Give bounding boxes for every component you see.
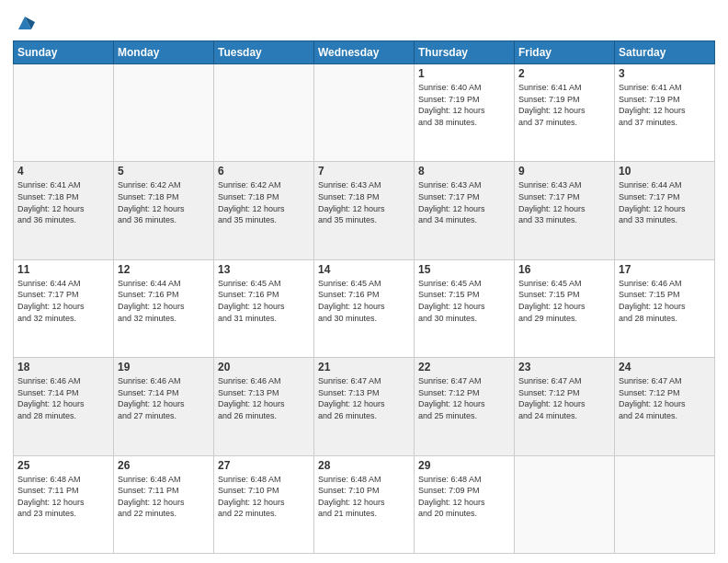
day-number: 5 <box>118 165 210 178</box>
day-number: 15 <box>418 263 510 276</box>
calendar-week-row: 4Sunrise: 6:41 AM Sunset: 7:18 PM Daylig… <box>14 162 715 259</box>
day-number: 17 <box>619 263 711 276</box>
day-info: Sunrise: 6:48 AM Sunset: 7:10 PM Dayligh… <box>218 474 310 520</box>
day-info: Sunrise: 6:45 AM Sunset: 7:15 PM Dayligh… <box>518 278 610 324</box>
calendar-cell: 20Sunrise: 6:46 AM Sunset: 7:13 PM Dayli… <box>214 358 314 455</box>
day-number: 29 <box>418 459 510 472</box>
day-info: Sunrise: 6:43 AM Sunset: 7:17 PM Dayligh… <box>518 179 610 225</box>
day-info: Sunrise: 6:47 AM Sunset: 7:12 PM Dayligh… <box>619 375 711 421</box>
calendar-cell: 6Sunrise: 6:42 AM Sunset: 7:18 PM Daylig… <box>214 162 314 259</box>
calendar-cell: 12Sunrise: 6:44 AM Sunset: 7:16 PM Dayli… <box>114 259 214 357</box>
day-number: 18 <box>17 361 109 373</box>
calendar-cell: 9Sunrise: 6:43 AM Sunset: 7:17 PM Daylig… <box>515 162 615 259</box>
calendar-cell: 19Sunrise: 6:46 AM Sunset: 7:14 PM Dayli… <box>114 358 214 455</box>
day-info: Sunrise: 6:48 AM Sunset: 7:10 PM Dayligh… <box>318 474 410 520</box>
calendar-day-header: Friday <box>515 41 615 64</box>
calendar-cell <box>214 64 314 162</box>
calendar-cell <box>314 64 415 162</box>
calendar-cell: 5Sunrise: 6:42 AM Sunset: 7:18 PM Daylig… <box>114 162 214 259</box>
day-number: 26 <box>118 459 210 472</box>
page: SundayMondayTuesdayWednesdayThursdayFrid… <box>0 0 728 563</box>
calendar-cell: 7Sunrise: 6:43 AM Sunset: 7:18 PM Daylig… <box>314 162 415 259</box>
day-number: 3 <box>619 67 711 80</box>
calendar-cell: 27Sunrise: 6:48 AM Sunset: 7:10 PM Dayli… <box>214 455 314 553</box>
calendar-cell: 18Sunrise: 6:46 AM Sunset: 7:14 PM Dayli… <box>14 358 114 455</box>
day-info: Sunrise: 6:42 AM Sunset: 7:18 PM Dayligh… <box>218 179 310 225</box>
calendar-cell: 1Sunrise: 6:40 AM Sunset: 7:19 PM Daylig… <box>415 64 515 162</box>
calendar-cell: 13Sunrise: 6:45 AM Sunset: 7:16 PM Dayli… <box>214 259 314 357</box>
day-number: 2 <box>518 67 610 80</box>
calendar-cell: 15Sunrise: 6:45 AM Sunset: 7:15 PM Dayli… <box>415 259 515 357</box>
calendar-cell: 24Sunrise: 6:47 AM Sunset: 7:12 PM Dayli… <box>615 358 715 455</box>
calendar-cell <box>114 64 214 162</box>
calendar-day-header: Saturday <box>615 41 715 64</box>
day-number: 28 <box>318 459 410 472</box>
calendar-cell: 22Sunrise: 6:47 AM Sunset: 7:12 PM Dayli… <box>415 358 515 455</box>
calendar-cell: 28Sunrise: 6:48 AM Sunset: 7:10 PM Dayli… <box>314 455 415 553</box>
logo <box>13 9 35 35</box>
calendar-day-header: Sunday <box>14 41 114 64</box>
day-number: 23 <box>518 361 610 373</box>
day-number: 25 <box>17 459 109 472</box>
day-number: 27 <box>218 459 310 472</box>
day-info: Sunrise: 6:42 AM Sunset: 7:18 PM Dayligh… <box>118 179 210 225</box>
calendar-week-row: 1Sunrise: 6:40 AM Sunset: 7:19 PM Daylig… <box>14 64 715 162</box>
calendar-week-row: 18Sunrise: 6:46 AM Sunset: 7:14 PM Dayli… <box>14 358 715 455</box>
day-info: Sunrise: 6:45 AM Sunset: 7:15 PM Dayligh… <box>418 278 510 324</box>
day-info: Sunrise: 6:44 AM Sunset: 7:17 PM Dayligh… <box>17 278 109 324</box>
logo-icon <box>15 13 35 33</box>
day-number: 11 <box>17 263 109 276</box>
day-number: 19 <box>118 361 210 373</box>
day-info: Sunrise: 6:46 AM Sunset: 7:14 PM Dayligh… <box>17 375 109 421</box>
day-number: 7 <box>318 165 410 178</box>
day-number: 6 <box>218 165 310 178</box>
calendar-cell: 14Sunrise: 6:45 AM Sunset: 7:16 PM Dayli… <box>314 259 415 357</box>
calendar-day-header: Tuesday <box>214 41 314 64</box>
day-info: Sunrise: 6:45 AM Sunset: 7:16 PM Dayligh… <box>318 278 410 324</box>
calendar-day-header: Monday <box>114 41 214 64</box>
day-number: 1 <box>418 67 510 80</box>
day-number: 16 <box>518 263 610 276</box>
calendar-cell: 25Sunrise: 6:48 AM Sunset: 7:11 PM Dayli… <box>14 455 114 553</box>
day-info: Sunrise: 6:48 AM Sunset: 7:11 PM Dayligh… <box>118 474 210 520</box>
day-info: Sunrise: 6:41 AM Sunset: 7:19 PM Dayligh… <box>518 82 610 128</box>
day-info: Sunrise: 6:44 AM Sunset: 7:17 PM Dayligh… <box>619 179 711 225</box>
header <box>13 9 715 35</box>
day-number: 9 <box>518 165 610 178</box>
calendar-cell <box>615 455 715 553</box>
day-info: Sunrise: 6:46 AM Sunset: 7:15 PM Dayligh… <box>619 278 711 324</box>
calendar-week-row: 25Sunrise: 6:48 AM Sunset: 7:11 PM Dayli… <box>14 455 715 553</box>
day-number: 4 <box>17 165 109 178</box>
day-info: Sunrise: 6:46 AM Sunset: 7:14 PM Dayligh… <box>118 375 210 421</box>
day-number: 14 <box>318 263 410 276</box>
day-number: 10 <box>619 165 711 178</box>
calendar-day-header: Wednesday <box>314 41 415 64</box>
calendar-cell: 16Sunrise: 6:45 AM Sunset: 7:15 PM Dayli… <box>515 259 615 357</box>
day-info: Sunrise: 6:47 AM Sunset: 7:12 PM Dayligh… <box>418 375 510 421</box>
day-info: Sunrise: 6:44 AM Sunset: 7:16 PM Dayligh… <box>118 278 210 324</box>
calendar-cell: 21Sunrise: 6:47 AM Sunset: 7:13 PM Dayli… <box>314 358 415 455</box>
calendar-cell: 4Sunrise: 6:41 AM Sunset: 7:18 PM Daylig… <box>14 162 114 259</box>
calendar-table: SundayMondayTuesdayWednesdayThursdayFrid… <box>13 40 715 554</box>
day-info: Sunrise: 6:41 AM Sunset: 7:19 PM Dayligh… <box>619 82 711 128</box>
calendar-cell: 26Sunrise: 6:48 AM Sunset: 7:11 PM Dayli… <box>114 455 214 553</box>
calendar-cell: 8Sunrise: 6:43 AM Sunset: 7:17 PM Daylig… <box>415 162 515 259</box>
calendar-cell: 17Sunrise: 6:46 AM Sunset: 7:15 PM Dayli… <box>615 259 715 357</box>
day-info: Sunrise: 6:40 AM Sunset: 7:19 PM Dayligh… <box>418 82 510 128</box>
day-info: Sunrise: 6:46 AM Sunset: 7:13 PM Dayligh… <box>218 375 310 421</box>
calendar-cell <box>515 455 615 553</box>
calendar-cell: 11Sunrise: 6:44 AM Sunset: 7:17 PM Dayli… <box>14 259 114 357</box>
day-info: Sunrise: 6:47 AM Sunset: 7:12 PM Dayligh… <box>518 375 610 421</box>
calendar-cell: 2Sunrise: 6:41 AM Sunset: 7:19 PM Daylig… <box>515 64 615 162</box>
calendar-cell <box>14 64 114 162</box>
calendar-week-row: 11Sunrise: 6:44 AM Sunset: 7:17 PM Dayli… <box>14 259 715 357</box>
day-number: 8 <box>418 165 510 178</box>
calendar-cell: 29Sunrise: 6:48 AM Sunset: 7:09 PM Dayli… <box>415 455 515 553</box>
day-info: Sunrise: 6:48 AM Sunset: 7:11 PM Dayligh… <box>17 474 109 520</box>
calendar-day-header: Thursday <box>415 41 515 64</box>
day-info: Sunrise: 6:48 AM Sunset: 7:09 PM Dayligh… <box>418 474 510 520</box>
day-info: Sunrise: 6:43 AM Sunset: 7:18 PM Dayligh… <box>318 179 410 225</box>
calendar-cell: 3Sunrise: 6:41 AM Sunset: 7:19 PM Daylig… <box>615 64 715 162</box>
day-number: 21 <box>318 361 410 373</box>
day-number: 20 <box>218 361 310 373</box>
